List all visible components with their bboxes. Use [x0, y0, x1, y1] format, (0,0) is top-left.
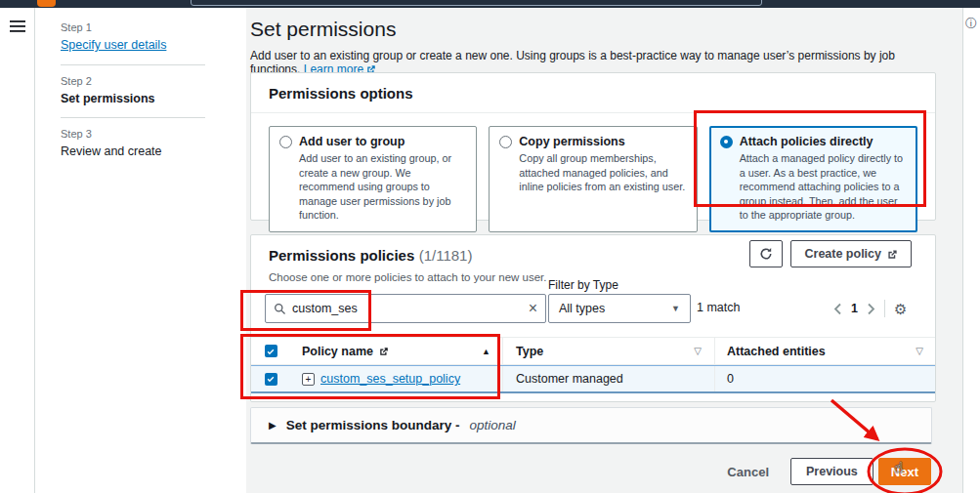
type-filter-value: All types	[559, 302, 605, 315]
permissions-options-cards: Add user to group Add user to an existin…	[251, 113, 935, 245]
radio-unselected-icon[interactable]	[499, 136, 512, 148]
side-nav-strip	[0, 8, 35, 493]
clear-search-icon[interactable]: ×	[529, 301, 537, 316]
top-navigation-bar	[0, 0, 980, 8]
attached-entities-cell: 0	[727, 372, 734, 386]
column-attached-entities[interactable]: Attached entities	[727, 345, 826, 358]
table-header-row: Policy name ▲ Type ▽ Attached entities ▽	[251, 337, 935, 365]
main-content: Set permissions Add user to an existing …	[246, 8, 962, 493]
policies-count: (1/1181)	[419, 247, 473, 264]
permissions-options-header: Permissions options	[251, 73, 935, 113]
option-card-title: Attach policies directly	[740, 135, 873, 148]
help-rail: ⓘ	[962, 8, 980, 493]
external-link-icon	[887, 249, 898, 260]
filter-by-type-label: Filter by Type	[548, 278, 618, 292]
option-card-title: Add user to group	[299, 135, 405, 148]
boundary-title: Set permissions boundary -	[286, 418, 460, 432]
policies-table: Policy name ▲ Type ▽ Attached entities ▽	[251, 337, 935, 393]
console-search-bar[interactable]	[191, 0, 762, 6]
policy-name-link[interactable]: custom_ses_setup_policy	[320, 372, 460, 386]
column-policy-name[interactable]: Policy name	[302, 345, 373, 358]
permissions-policies-panel: Permissions policies (1/1181) Choose one…	[250, 234, 936, 402]
info-icon[interactable]: ⓘ	[965, 16, 977, 32]
create-policy-button[interactable]: Create policy	[790, 240, 912, 267]
row-checkbox[interactable]	[265, 373, 277, 386]
hamburger-menu-icon[interactable]	[9, 20, 28, 37]
policy-search-input[interactable]	[292, 302, 523, 315]
check-icon	[266, 374, 276, 384]
sort-toggle-icon[interactable]: ▽	[916, 346, 923, 356]
next-button[interactable]: Next	[878, 458, 931, 485]
external-link-icon	[379, 347, 389, 356]
step-label: Step 1	[61, 21, 246, 33]
refresh-icon	[759, 247, 773, 261]
wizard-steps-sidebar: Step 1 Specify user details Step 2 Set p…	[36, 8, 246, 493]
divider	[61, 64, 205, 65]
policy-search-field[interactable]: ×	[265, 294, 546, 323]
option-card-description: Attach a managed policy directly to a us…	[740, 151, 907, 223]
sort-ascending-icon[interactable]: ▲	[482, 347, 490, 356]
permissions-boundary-section[interactable]: ▶ Set permissions boundary - optional	[250, 407, 932, 444]
step-label: Step 2	[61, 75, 246, 87]
wizard-footer: Cancel Previous Next	[727, 458, 931, 485]
permissions-policies-title: Permissions policies (1/1181)	[269, 247, 472, 265]
sidebar-item-specify-user-details[interactable]: Specify user details	[61, 38, 166, 52]
option-card-attach-policies-directly[interactable]: Attach policies directly Attach a manage…	[709, 126, 917, 232]
pagination: 1 ⚙	[833, 296, 907, 321]
divider	[61, 117, 205, 118]
step-label: Step 3	[61, 128, 246, 140]
boundary-optional-label: optional	[470, 418, 516, 432]
type-filter-select[interactable]: All types ▼	[548, 294, 691, 323]
gear-icon[interactable]: ⚙	[894, 302, 907, 316]
next-page-icon[interactable]	[867, 303, 875, 315]
expand-row-icon[interactable]: +	[302, 373, 315, 386]
select-all-checkbox[interactable]	[265, 345, 277, 357]
previous-page-icon[interactable]	[833, 303, 842, 315]
permissions-options-panel: Permissions options Add user to group Ad…	[250, 72, 936, 221]
aws-logo	[37, 0, 56, 7]
option-card-title: Copy permissions	[519, 135, 624, 148]
option-card-description: Add user to an existing group, or create…	[299, 151, 466, 223]
sort-toggle-icon[interactable]: ▽	[694, 346, 702, 356]
divider	[884, 300, 885, 317]
match-count: 1 match	[697, 301, 740, 314]
search-icon	[274, 303, 286, 315]
check-icon	[266, 347, 276, 356]
page-title: Set permissions	[250, 18, 396, 41]
policy-type-cell: Customer managed	[516, 372, 623, 386]
page-number[interactable]: 1	[851, 302, 858, 315]
policies-actions: Create policy	[749, 240, 912, 267]
permissions-options-title: Permissions options	[269, 85, 413, 102]
table-row[interactable]: + custom_ses_setup_policy Customer manag…	[251, 365, 935, 393]
option-card-add-user-to-group[interactable]: Add user to group Add user to an existin…	[269, 126, 477, 232]
option-card-copy-permissions[interactable]: Copy permissions Copy all group membersh…	[489, 126, 697, 232]
refresh-button[interactable]	[749, 240, 783, 267]
permissions-policies-description: Choose one or more policies to attach to…	[269, 271, 546, 283]
radio-unselected-icon[interactable]	[279, 136, 292, 148]
radio-selected-icon[interactable]	[720, 136, 733, 148]
chevron-down-icon: ▼	[671, 304, 680, 313]
sidebar-item-set-permissions: Set permissions	[61, 92, 246, 105]
option-card-description: Copy all group memberships, attached man…	[519, 151, 686, 194]
column-type[interactable]: Type	[516, 345, 543, 358]
cancel-button[interactable]: Cancel	[727, 465, 769, 479]
previous-button[interactable]: Previous	[790, 458, 873, 485]
expand-caret-icon: ▶	[269, 420, 277, 431]
aws-console-page: Step 1 Specify user details Step 2 Set p…	[0, 0, 980, 493]
sidebar-item-review-and-create: Review and create	[61, 144, 246, 158]
